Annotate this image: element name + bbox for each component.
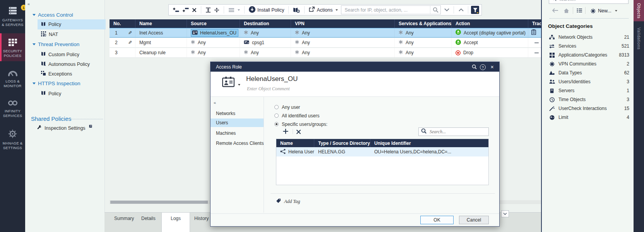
- radio-all-identified[interactable]: [274, 113, 279, 118]
- category-vpn-communities[interactable]: VPN Communities2: [549, 60, 629, 68]
- delete-rule-button[interactable]: [190, 8, 198, 12]
- column-header-track[interactable]: Trac: [528, 19, 541, 28]
- dialog-table-row[interactable]: Helena Users HELENA.GG OU=Helena Users,D…: [276, 147, 488, 156]
- policy-verification-button[interactable]: [291, 7, 301, 13]
- category-users-identities[interactable]: Users/Identities3: [549, 78, 629, 86]
- sidebar-item-manage-settings[interactable]: MANAGE & SETTINGS: [0, 129, 25, 153]
- column-header-no[interactable]: No.: [110, 19, 135, 28]
- nav-item-nat[interactable]: NAT: [41, 31, 58, 38]
- filter-button[interactable]: [471, 6, 479, 14]
- rule-number: 3: [115, 50, 118, 55]
- column-header-action[interactable]: Action: [452, 19, 528, 28]
- object-comment-input[interactable]: [246, 86, 341, 92]
- nav-item-inspection-settings[interactable]: Inspection Settings: [37, 125, 92, 131]
- nav-item-custom-policy[interactable]: Custom Policy: [41, 52, 79, 57]
- nav-item-https-policy[interactable]: Policy: [41, 91, 61, 96]
- actions-menu-button[interactable]: Actions: [307, 7, 339, 13]
- column-header-name[interactable]: Name: [135, 19, 187, 28]
- collapse-panel-icon[interactable]: «: [214, 100, 216, 105]
- column-header-uid[interactable]: Unique Identifier: [370, 139, 488, 147]
- category-network-objects[interactable]: Network Objects21: [549, 33, 629, 41]
- scrollbar-thumb[interactable]: [110, 201, 208, 204]
- search-icon[interactable]: [430, 6, 440, 14]
- object-name[interactable]: HelenaUsers_OU: [246, 75, 298, 83]
- previous-match-button[interactable]: [457, 6, 465, 14]
- column-header-type[interactable]: Type / Source Directory: [314, 139, 370, 147]
- column-header-source[interactable]: Source: [187, 19, 240, 28]
- dialog-nav-machines[interactable]: Machines: [211, 129, 264, 137]
- tab-objects[interactable]: Objects: [634, 0, 644, 21]
- category-usercheck[interactable]: UserCheck Interactions15: [549, 105, 629, 112]
- next-match-button[interactable]: [442, 6, 451, 14]
- no-track-dash: [534, 42, 539, 43]
- object-list-view-button[interactable]: [577, 8, 582, 13]
- rulebase-search-input[interactable]: [341, 7, 430, 13]
- dialog-users-search-input[interactable]: [429, 129, 486, 135]
- category-applications[interactable]: Applications/Categories8313: [549, 51, 629, 59]
- column-header-vpn[interactable]: VPN: [291, 19, 395, 28]
- add-rule-above-button[interactable]: [171, 7, 181, 12]
- collapse-sections-button[interactable]: [212, 7, 221, 13]
- add-rule-below-button[interactable]: [181, 7, 190, 12]
- install-policy-button[interactable]: Install Policy: [247, 6, 286, 14]
- radio-all-identified-label: All identified users: [282, 113, 319, 119]
- collapse-bottom-pane-button[interactable]: [501, 210, 509, 217]
- tab-validations[interactable]: Validations: [634, 23, 644, 54]
- sidebar-item-infinity-services[interactable]: INFINITY SERVICES: [0, 100, 25, 122]
- tab-history[interactable]: History: [194, 216, 209, 221]
- category-services[interactable]: Services521: [549, 42, 629, 50]
- radio-any-user[interactable]: [274, 105, 279, 109]
- back-button[interactable]: [552, 8, 558, 13]
- new-object-button[interactable]: New...: [591, 8, 617, 14]
- tab-summary[interactable]: Summary: [114, 216, 134, 221]
- help-icon[interactable]: ?: [480, 64, 486, 70]
- add-tag-button[interactable]: Add Tag: [276, 198, 300, 205]
- nav-item-autonomous-policy[interactable]: Autonomous Policy: [41, 61, 90, 67]
- any-icon: [399, 40, 403, 45]
- nav-section-https-inspection[interactable]: HTTPS Inspection: [33, 81, 80, 86]
- column-header-services[interactable]: Services & Applications: [395, 19, 452, 28]
- dialog-nav-users[interactable]: Users: [211, 119, 264, 127]
- add-user-button[interactable]: [283, 128, 289, 136]
- remove-user-button[interactable]: [296, 129, 301, 136]
- collapse-panel-icon[interactable]: «: [27, 2, 30, 6]
- tab-details[interactable]: Details: [141, 216, 156, 221]
- object-type-icon[interactable]: [222, 76, 235, 89]
- sidebar-item-security-policies[interactable]: SECURITY POLICIES: [0, 33, 25, 61]
- dialog-search-icon[interactable]: [471, 64, 478, 70]
- category-data-types[interactable]: Data Types62: [549, 69, 629, 77]
- close-icon[interactable]: ×: [489, 64, 495, 70]
- cancel-button[interactable]: Cancel: [459, 216, 489, 224]
- side-tab-strip: Objects Validations: [634, 0, 644, 232]
- category-servers[interactable]: Servers1: [549, 87, 629, 95]
- nav-item-exceptions[interactable]: Exceptions: [41, 71, 72, 77]
- nav-section-threat-prevention[interactable]: Threat Prevention: [33, 41, 79, 47]
- rule-row-3[interactable]: 3 Cleanup rule Any Any Any Any Drop: [110, 48, 541, 58]
- radio-specific-users[interactable]: [274, 122, 279, 126]
- objects-search-input[interactable]: [559, 0, 626, 3]
- dialog-titlebar[interactable]: Access Role ? ×: [211, 62, 499, 72]
- column-header-name[interactable]: Name: [276, 139, 314, 147]
- nav-section-access-control[interactable]: Access Control: [33, 12, 73, 18]
- chevron-down-icon: [336, 9, 338, 11]
- rule-row-2[interactable]: 2✎ Mgmt Any cpsg1 Any Any Accept: [110, 38, 541, 48]
- chevron-down-icon[interactable]: [237, 80, 240, 87]
- object-categories-title: Object Categories: [548, 23, 593, 29]
- expand-sections-button[interactable]: [204, 7, 212, 13]
- category-limit[interactable]: Limit4: [549, 113, 629, 121]
- column-header-destination[interactable]: Destination: [240, 19, 291, 28]
- nav-item-policy[interactable]: Policy: [38, 19, 106, 29]
- rule-row-1[interactable]: 1✎ Inet Access HelenaUsers_OU Any Any An…: [110, 28, 541, 38]
- dialog-nav-remote-access[interactable]: Remote Access Clients: [211, 139, 264, 148]
- tab-logs[interactable]: Logs: [161, 213, 190, 232]
- dialog-nav-networks[interactable]: Networks: [211, 109, 264, 118]
- home-button[interactable]: [564, 8, 569, 13]
- category-time-objects[interactable]: Time Objects3: [549, 96, 629, 103]
- sidebar-item-logs-monitor[interactable]: LOGS & MONITOR: [0, 70, 25, 92]
- row-display-menu-button[interactable]: [227, 8, 242, 12]
- nav-section-shared-policies[interactable]: Shared Policies: [31, 115, 71, 122]
- log-track-icon: [531, 29, 536, 36]
- source-object-chip[interactable]: HelenaUsers_OU: [191, 29, 238, 37]
- sidebar-item-gateways-servers[interactable]: 1 GATEWAYS & SERVERS: [0, 6, 25, 29]
- ok-button[interactable]: OK: [420, 216, 454, 224]
